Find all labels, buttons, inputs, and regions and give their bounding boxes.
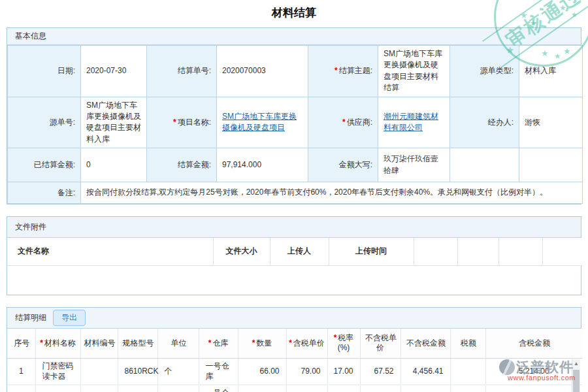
basic-info-table: 日期: 2020-07-30 结算单号: 2020070003 *结算主题: S… (7, 45, 583, 204)
details-table: 序号 *材料名称 材料编号 规格型号 单位 *仓库 *数量 *含税单价 *税率(… (7, 329, 582, 392)
settlement-subject-label: *结算主题: (308, 46, 378, 97)
settlement-no-label: 结算单号: (147, 46, 217, 97)
col-empty (414, 238, 457, 265)
basic-info-panel: 基本信息 日期: 2020-07-30 结算单号: 2020070003 *结算… (7, 27, 581, 204)
col-spec-model: 规格型号 (118, 329, 157, 359)
cell-material-name: 读卡器 (35, 385, 80, 392)
basic-info-row-2: 源单号: SM广场地下车库更换摄像机及硬盘项目主要材料入库 *项目名称: SM广… (8, 97, 583, 148)
col-amount-with-tax: 含税金额 (485, 329, 582, 359)
supplier-link[interactable]: 潮州元顺建筑材料有限公司 (384, 112, 438, 132)
settled-amount-value: 0 (81, 148, 147, 182)
col-empty (542, 238, 582, 265)
details-panel: 结算明细 导出 序号 *材料名称 材料编号 规格型号 单位 *仓库 *数量 *含… (7, 307, 581, 392)
cell-price-with-tax: 79.00 (286, 359, 327, 385)
details-row-2: 2 读卡器 8611RC 个 一号仓库 75.00 463.00 17.00 3… (7, 385, 582, 392)
basic-info-row-3: 已结算金额: 0 结算金额: 97,914.000 金额大写: 玖万柒仟玖佰壹拾… (8, 148, 583, 182)
source-type-value: 材料入库 (519, 46, 583, 97)
cell-warehouse: 一号仓库 (199, 385, 238, 392)
settlement-amount-value: 97,914.000 (217, 148, 308, 182)
cell-material-code (80, 385, 118, 392)
source-no-label: 源单号: (8, 97, 81, 148)
amount-in-words-label: 金额大写: (308, 148, 378, 182)
col-upload-time: 上传时间 (329, 238, 414, 265)
col-price-with-tax: *含税单价 (286, 329, 327, 359)
project-name-label: *项目名称: (147, 97, 217, 148)
attachments-panel: 文件附件 文件名称 文件大小 上传人 上传时间 (7, 216, 581, 295)
col-warehouse: *仓库 (199, 329, 238, 359)
basic-info-title: 基本信息 (15, 31, 46, 42)
col-tax-amount: 税额 (450, 329, 485, 359)
supplier-value: 潮州元顺建筑材料有限公司 (378, 97, 450, 148)
project-name-value: SM广场地下车库更换摄像机及硬盘项目 (217, 97, 308, 148)
basic-info-row-1: 日期: 2020-07-30 结算单号: 2020070003 *结算主题: S… (8, 46, 583, 97)
project-link[interactable]: SM广场地下车库更换摄像机及硬盘项目 (222, 112, 297, 132)
cell-amount-no-tax: 29,679.49 (400, 385, 450, 392)
col-tax-rate: *税率(%) (327, 329, 360, 359)
attachments-title: 文件附件 (15, 221, 46, 233)
settled-amount-label: 已结算金额: (8, 148, 81, 182)
col-amount-no-tax: 不含税金额 (400, 329, 450, 359)
export-button[interactable]: 导出 (53, 310, 86, 326)
col-file-size: 文件大小 (213, 238, 270, 265)
basic-info-remark-row: 备注: 按合同付款分段结算,双方约定每月25号对账，2020年春节前支付60%，… (8, 182, 583, 204)
cell-material-name: 门禁密码读卡器 (35, 359, 80, 385)
cell-spec-model: 8610RCK (118, 359, 157, 385)
col-material-code: 材料编号 (80, 329, 118, 359)
cell-material-code (80, 359, 118, 385)
empty-cell (519, 148, 583, 182)
remark-label: 备注: (8, 182, 81, 204)
col-empty (498, 238, 542, 265)
attachments-header: 文件附件 (7, 217, 581, 238)
handler-label: 经办人: (450, 97, 519, 148)
col-file-name: 文件名称 (7, 238, 213, 265)
col-seq: 序号 (7, 329, 35, 359)
attachments-empty-body (7, 266, 581, 295)
cell-unit: 个 (157, 359, 199, 385)
cell-amount-with-tax: 34,725.00 (485, 385, 582, 392)
cell-tax-amount (450, 359, 485, 385)
col-uploader: 上传人 (270, 238, 329, 265)
source-no-value: SM广场地下车库更换摄像机及硬盘项目主要材料入库 (81, 97, 147, 148)
settlement-no-value: 2020070003 (217, 46, 308, 97)
cell-amount-no-tax: 4,456.41 (400, 359, 450, 385)
cell-tax-rate: 17.00 (327, 359, 360, 385)
settlement-subject-value: SM广场地下车库更换摄像机及硬盘项目主要材料结算 (378, 46, 450, 97)
cell-tax-amount (450, 385, 485, 392)
details-row-1: 1 门禁密码读卡器 8610RCK 个 一号仓库 66.00 79.00 17.… (7, 359, 582, 385)
attachments-table: 文件名称 文件大小 上传人 上传时间 (7, 238, 582, 266)
col-empty (457, 238, 498, 265)
col-unit: 单位 (157, 329, 199, 359)
details-header-row: 序号 *材料名称 材料编号 规格型号 单位 *仓库 *数量 *含税单价 *税率(… (7, 329, 582, 359)
cell-warehouse: 一号仓库 (199, 359, 238, 385)
page-title: 材料结算 (0, 0, 588, 27)
cell-spec-model: 8611RC (118, 385, 157, 392)
empty-cell (450, 148, 519, 182)
cell-seq: 2 (7, 385, 35, 392)
required-star: * (342, 118, 346, 127)
required-star: * (173, 118, 176, 127)
details-header: 结算明细 导出 (7, 308, 581, 329)
cell-unit: 个 (157, 385, 199, 392)
scrollbar-thumb[interactable] (573, 370, 580, 392)
cell-tax-rate: 17.00 (327, 385, 360, 392)
col-quantity: *数量 (238, 329, 286, 359)
required-star: * (335, 66, 338, 75)
cell-amount-with-tax: 5,214.00 (485, 359, 582, 385)
scroll-up-icon[interactable]: ▲ (572, 359, 580, 368)
cell-price-no-tax: 67.52 (360, 359, 400, 385)
supplier-label: *供应商: (308, 97, 378, 148)
source-type-label: 源单类型: (450, 46, 519, 97)
basic-info-header: 基本信息 (7, 28, 581, 45)
attachments-header-row: 文件名称 文件大小 上传人 上传时间 (7, 238, 582, 265)
remark-value: 按合同付款分段结算,双方约定每月25号对账，2020年春节前支付60%，2020… (81, 182, 583, 204)
cell-quantity: 66.00 (238, 359, 286, 385)
date-value: 2020-07-30 (81, 46, 147, 97)
cell-seq: 1 (7, 359, 35, 385)
cell-price-no-tax: 395.73 (360, 385, 400, 392)
amount-in-words-value: 玖万柒仟玖佰壹拾肆 (378, 148, 450, 182)
cell-quantity: 75.00 (238, 385, 286, 392)
details-vertical-scrollbar[interactable]: ▲ (572, 359, 580, 392)
handler-value: 游恢 (519, 97, 583, 148)
date-label: 日期: (8, 46, 81, 97)
settlement-amount-label: 结算金额: (147, 148, 217, 182)
